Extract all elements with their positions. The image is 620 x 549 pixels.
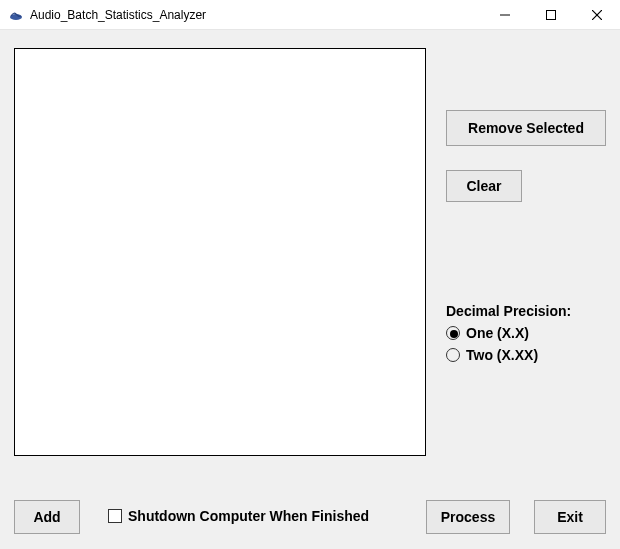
remove-selected-button[interactable]: Remove Selected — [446, 110, 606, 146]
close-button[interactable] — [574, 0, 620, 29]
precision-option-one[interactable]: One (X.X) — [446, 325, 616, 341]
clear-button[interactable]: Clear — [446, 170, 522, 202]
minimize-button[interactable] — [482, 0, 528, 29]
process-button[interactable]: Process — [426, 500, 510, 534]
shutdown-checkbox[interactable]: Shutdown Computer When Finished — [108, 508, 369, 524]
title-bar: Audio_Batch_Statistics_Analyzer — [0, 0, 620, 30]
maximize-button[interactable] — [528, 0, 574, 29]
decimal-precision-label: Decimal Precision: — [446, 303, 616, 319]
add-button[interactable]: Add — [14, 500, 80, 534]
checkbox-icon — [108, 509, 122, 523]
shutdown-label: Shutdown Computer When Finished — [128, 508, 369, 524]
client-area: Remove Selected Clear Decimal Precision:… — [0, 30, 620, 549]
window-title: Audio_Batch_Statistics_Analyzer — [30, 8, 206, 22]
radio-icon — [446, 326, 460, 340]
radio-label: Two (X.XX) — [466, 347, 538, 363]
radio-icon — [446, 348, 460, 362]
file-listbox[interactable] — [14, 48, 426, 456]
decimal-precision-group: Decimal Precision: One (X.X) Two (X.XX) — [446, 303, 616, 369]
exit-button[interactable]: Exit — [534, 500, 606, 534]
app-icon — [8, 7, 24, 23]
precision-option-two[interactable]: Two (X.XX) — [446, 347, 616, 363]
bottom-toolbar: Add Shutdown Computer When Finished Proc… — [0, 500, 620, 540]
svg-rect-2 — [547, 10, 556, 19]
window-controls — [482, 0, 620, 29]
radio-label: One (X.X) — [466, 325, 529, 341]
app-window: Audio_Batch_Statistics_Analyzer Remove S… — [0, 0, 620, 549]
